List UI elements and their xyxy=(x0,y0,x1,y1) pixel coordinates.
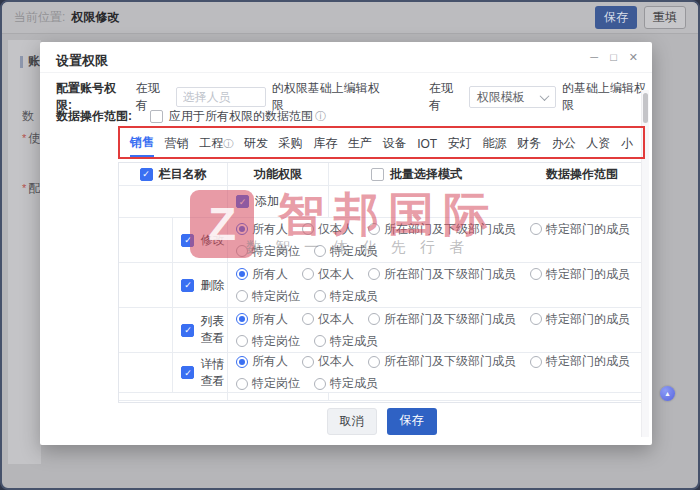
scope-option-label: 所有人 xyxy=(252,266,288,283)
breadcrumb-bar: 当前位置: 权限修改 保存 重填 xyxy=(2,2,698,34)
radio-icon[interactable] xyxy=(530,268,542,280)
module-tab[interactable]: 研发 xyxy=(244,129,268,156)
column-name-header-cell: ✓ 栏目名称 xyxy=(119,163,228,185)
scope-option[interactable]: 仅本人 xyxy=(302,353,354,370)
background-form-panel: 账号 数*使*配 xyxy=(8,40,41,464)
batch-mode-checkbox[interactable] xyxy=(371,168,384,181)
radio-icon[interactable] xyxy=(236,313,248,325)
function-checkbox[interactable]: ✓ xyxy=(181,366,194,379)
module-tab[interactable]: 采购 xyxy=(279,129,303,156)
maximize-icon[interactable]: □ xyxy=(610,50,617,64)
radio-icon[interactable] xyxy=(314,335,326,347)
module-tab-label: 生产 xyxy=(348,136,372,150)
radio-icon[interactable] xyxy=(236,378,248,390)
scope-option[interactable]: 特定部门的成员 xyxy=(530,266,630,283)
person-select-input[interactable] xyxy=(176,87,266,107)
radio-icon[interactable] xyxy=(530,223,542,235)
scope-option[interactable]: 特定部门的成员 xyxy=(530,221,630,238)
module-tab[interactable]: IOT xyxy=(417,131,437,155)
function-checkbox[interactable]: ✓ xyxy=(181,234,194,247)
scope-option-label: 特定成员 xyxy=(330,375,378,392)
scope-option[interactable]: 特定成员 xyxy=(314,243,378,260)
radio-icon[interactable] xyxy=(302,356,314,368)
radio-icon[interactable] xyxy=(236,290,248,302)
radio-icon[interactable] xyxy=(530,313,542,325)
scope-option[interactable]: 特定成员 xyxy=(314,333,378,350)
scope-option[interactable]: 所在部门及下级部门成员 xyxy=(368,353,516,370)
scope-option-label: 特定成员 xyxy=(330,243,378,260)
function-label: 添加 xyxy=(255,193,279,210)
column-name-checkbox[interactable]: ✓ xyxy=(140,168,153,181)
function-checkbox[interactable]: ✓ xyxy=(181,279,194,292)
assistant-floating-button[interactable]: ▲ xyxy=(660,386,675,401)
module-tab[interactable]: 财务 xyxy=(517,129,541,156)
module-tab[interactable]: 销售 xyxy=(130,128,154,157)
radio-icon[interactable] xyxy=(314,378,326,390)
apply-all-checkbox[interactable] xyxy=(150,110,163,123)
function-checkbox[interactable]: ✓ xyxy=(236,195,249,208)
scope-option[interactable]: 特定岗位 xyxy=(236,288,300,305)
scope-option[interactable]: 特定岗位 xyxy=(236,333,300,350)
scope-option[interactable]: 特定成员 xyxy=(314,375,378,392)
scope-option[interactable]: 所有人 xyxy=(236,221,288,238)
scope-option[interactable]: 仅本人 xyxy=(302,221,354,238)
radio-icon[interactable] xyxy=(530,356,542,368)
module-tab[interactable]: 库存 xyxy=(313,129,337,156)
module-tab[interactable]: 小 xyxy=(621,129,633,156)
topbar-save-button[interactable]: 保存 xyxy=(595,6,637,29)
scope-option[interactable]: 仅本人 xyxy=(302,311,354,328)
radio-icon[interactable] xyxy=(368,313,380,325)
module-tab[interactable]: 人资 xyxy=(586,129,610,156)
module-tab[interactable]: 能源 xyxy=(482,129,506,156)
module-tab[interactable]: 安灯 xyxy=(448,129,472,156)
scope-option[interactable]: 特定岗位 xyxy=(236,243,300,260)
minimize-icon[interactable]: ─ xyxy=(590,50,598,64)
radio-icon[interactable] xyxy=(314,245,326,257)
function-checkbox[interactable]: ✓ xyxy=(181,324,194,337)
modal-footer: 取消 保存 xyxy=(118,408,645,435)
save-button[interactable]: 保存 xyxy=(387,408,437,435)
permission-template-select[interactable]: 权限模板 xyxy=(469,86,556,108)
module-tab[interactable]: 生产 xyxy=(348,129,372,156)
scope-option[interactable]: 所在部门及下级部门成员 xyxy=(368,311,516,328)
scope-option[interactable]: 特定部门的成员 xyxy=(530,311,630,328)
radio-icon[interactable] xyxy=(368,268,380,280)
topbar-reset-button[interactable]: 重填 xyxy=(644,6,686,29)
radio-icon[interactable] xyxy=(368,223,380,235)
scope-option[interactable]: 所在部门及下级部门成员 xyxy=(368,266,516,283)
scope-option[interactable]: 特定岗位 xyxy=(236,375,300,392)
radio-icon[interactable] xyxy=(314,290,326,302)
scope-options-line: 特定岗位特定成员 xyxy=(236,288,644,305)
radio-icon[interactable] xyxy=(236,335,248,347)
module-tab-label: 设备 xyxy=(382,136,406,150)
scope-option[interactable]: 仅本人 xyxy=(302,266,354,283)
scope-option[interactable]: 所有人 xyxy=(236,353,288,370)
scope-options-line: 所有人仅本人所在部门及下级部门成员特定部门的成员 xyxy=(236,221,644,238)
scrollbar-thumb[interactable] xyxy=(643,93,648,123)
scope-option[interactable]: 所有人 xyxy=(236,311,288,328)
scope-option-label: 仅本人 xyxy=(318,266,354,283)
radio-icon[interactable] xyxy=(302,268,314,280)
radio-icon[interactable] xyxy=(236,356,248,368)
permission-modal: 设置权限 ─ □ ✕ 配置账号权限: 在现有 的权限基础上编辑权限 在现有 权限… xyxy=(40,42,652,445)
module-tab[interactable]: 设备 xyxy=(382,129,406,156)
scope-option[interactable]: 特定部门的成员 xyxy=(530,353,630,370)
cancel-button[interactable]: 取消 xyxy=(327,408,377,435)
scope-option[interactable]: 所在部门及下级部门成员 xyxy=(368,221,516,238)
radio-icon[interactable] xyxy=(302,313,314,325)
modal-window-controls: ─ □ ✕ xyxy=(590,50,638,64)
tabs-annotation-box: 销售营销工程ⓘ研发采购库存生产设备IOT安灯能源财务办公人资小 xyxy=(118,126,645,159)
scope-option[interactable]: 所有人 xyxy=(236,266,288,283)
module-tab[interactable]: 工程ⓘ xyxy=(199,129,233,156)
close-icon[interactable]: ✕ xyxy=(629,50,638,64)
table-row: ✓添加 xyxy=(119,186,644,218)
table-row: ✓详情查看所有人仅本人所在部门及下级部门成员特定部门的成员特定岗位特定成员 xyxy=(119,353,644,393)
module-tab[interactable]: 办公 xyxy=(552,129,576,156)
radio-icon[interactable] xyxy=(368,356,380,368)
radio-icon[interactable] xyxy=(236,223,248,235)
radio-icon[interactable] xyxy=(236,268,248,280)
scope-option[interactable]: 特定成员 xyxy=(314,288,378,305)
module-tab[interactable]: 营销 xyxy=(165,129,189,156)
radio-icon[interactable] xyxy=(236,245,248,257)
radio-icon[interactable] xyxy=(302,223,314,235)
